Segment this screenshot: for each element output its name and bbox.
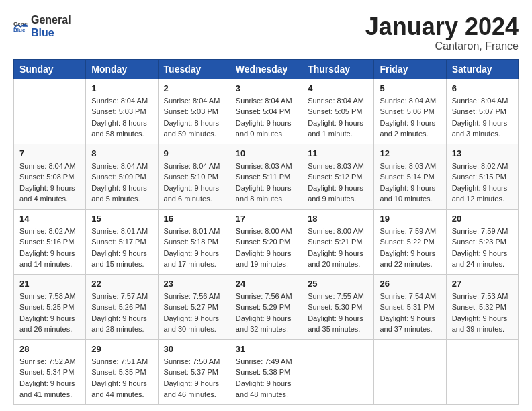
sunset-text: Sunset: 5:16 PM	[19, 236, 80, 248]
sunset-text: Sunset: 5:04 PM	[236, 106, 296, 118]
calendar-cell: 25Sunrise: 7:55 AMSunset: 5:30 PMDayligh…	[302, 274, 374, 339]
sunrise-text: Sunrise: 7:50 AM	[164, 356, 224, 367]
daylight-text: Daylight: 9 hours and 41 minutes.	[19, 378, 80, 400]
calendar-cell: 30Sunrise: 7:50 AMSunset: 5:37 PMDayligh…	[158, 339, 230, 404]
sunrise-text: Sunrise: 8:03 AM	[236, 161, 296, 172]
sunrise-text: Sunrise: 7:49 AM	[236, 356, 296, 367]
daylight-text: Daylight: 9 hours and 24 minutes.	[452, 248, 513, 270]
sunset-text: Sunset: 5:23 PM	[452, 236, 513, 248]
sunset-text: Sunset: 5:06 PM	[380, 106, 440, 118]
daylight-text: Daylight: 9 hours and 12 minutes.	[452, 183, 513, 205]
sunrise-text: Sunrise: 7:51 AM	[91, 356, 152, 367]
day-info: Sunrise: 7:50 AMSunset: 5:37 PMDaylight:…	[164, 356, 224, 400]
calendar-cell: 11Sunrise: 8:03 AMSunset: 5:12 PMDayligh…	[302, 144, 374, 209]
logo-general: General	[31, 13, 71, 26]
day-number: 21	[19, 279, 80, 289]
day-info: Sunrise: 7:49 AMSunset: 5:38 PMDaylight:…	[236, 356, 296, 400]
sunset-text: Sunset: 5:07 PM	[452, 106, 513, 118]
logo-blue: Blue	[31, 26, 71, 39]
sunset-text: Sunset: 5:31 PM	[380, 302, 440, 313]
day-number: 18	[308, 214, 368, 224]
day-number: 1	[91, 83, 152, 93]
day-number: 12	[380, 148, 440, 158]
calendar-cell: 2Sunrise: 8:04 AMSunset: 5:03 PMDaylight…	[158, 79, 230, 144]
calendar-cell: 6Sunrise: 8:04 AMSunset: 5:07 PMDaylight…	[446, 79, 518, 144]
month-title: January 2024	[365, 13, 519, 40]
sunset-text: Sunset: 5:34 PM	[19, 367, 80, 378]
daylight-text: Daylight: 9 hours and 15 minutes.	[91, 248, 152, 270]
logo-icon: General Blue	[13, 19, 28, 34]
calendar-cell: 8Sunrise: 8:04 AMSunset: 5:09 PMDaylight…	[86, 144, 158, 209]
day-number: 29	[91, 344, 152, 354]
day-number: 30	[164, 344, 224, 354]
day-number: 2	[164, 83, 224, 93]
logo: General Blue General Blue	[13, 13, 71, 39]
daylight-text: Daylight: 8 hours and 59 minutes.	[164, 118, 224, 140]
sunrise-text: Sunrise: 7:52 AM	[19, 356, 80, 367]
daylight-text: Daylight: 9 hours and 0 minutes.	[236, 118, 296, 140]
calendar-cell: 7Sunrise: 8:04 AMSunset: 5:08 PMDaylight…	[14, 144, 86, 209]
weekday-header-thursday: Thursday	[302, 59, 374, 79]
day-info: Sunrise: 8:04 AMSunset: 5:03 PMDaylight:…	[164, 95, 224, 140]
day-info: Sunrise: 8:03 AMSunset: 5:14 PMDaylight:…	[380, 161, 440, 205]
day-info: Sunrise: 8:01 AMSunset: 5:18 PMDaylight:…	[164, 226, 224, 270]
calendar-cell: 19Sunrise: 7:59 AMSunset: 5:22 PMDayligh…	[374, 209, 446, 274]
sunset-text: Sunset: 5:05 PM	[308, 106, 368, 118]
sunset-text: Sunset: 5:08 PM	[19, 171, 80, 183]
sunrise-text: Sunrise: 8:01 AM	[91, 226, 152, 237]
sunrise-text: Sunrise: 8:04 AM	[19, 161, 80, 172]
sunrise-text: Sunrise: 7:59 AM	[452, 226, 513, 237]
sunrise-text: Sunrise: 7:54 AM	[380, 291, 440, 302]
calendar-cell: 14Sunrise: 8:02 AMSunset: 5:16 PMDayligh…	[14, 209, 86, 274]
day-info: Sunrise: 7:55 AMSunset: 5:30 PMDaylight:…	[308, 291, 368, 335]
sunrise-text: Sunrise: 8:04 AM	[380, 95, 440, 107]
sunset-text: Sunset: 5:37 PM	[164, 367, 224, 378]
calendar-cell: 10Sunrise: 8:03 AMSunset: 5:11 PMDayligh…	[230, 144, 302, 209]
daylight-text: Daylight: 9 hours and 39 minutes.	[452, 313, 513, 335]
calendar-cell	[446, 339, 518, 404]
svg-text:Blue: Blue	[13, 27, 26, 33]
sunset-text: Sunset: 5:10 PM	[164, 171, 224, 183]
daylight-text: Daylight: 9 hours and 44 minutes.	[91, 378, 152, 400]
sunset-text: Sunset: 5:26 PM	[91, 302, 152, 313]
sunrise-text: Sunrise: 7:56 AM	[164, 291, 224, 302]
daylight-text: Daylight: 9 hours and 17 minutes.	[164, 248, 224, 270]
weekday-header-sunday: Sunday	[14, 59, 86, 79]
day-number: 28	[19, 344, 80, 354]
calendar-cell: 13Sunrise: 8:02 AMSunset: 5:15 PMDayligh…	[446, 144, 518, 209]
calendar-cell: 15Sunrise: 8:01 AMSunset: 5:17 PMDayligh…	[86, 209, 158, 274]
location: Cantaron, France	[365, 40, 519, 52]
sunset-text: Sunset: 5:09 PM	[91, 171, 152, 183]
sunrise-text: Sunrise: 7:55 AM	[308, 291, 368, 302]
day-info: Sunrise: 7:56 AMSunset: 5:29 PMDaylight:…	[236, 291, 296, 335]
daylight-text: Daylight: 9 hours and 14 minutes.	[19, 248, 80, 270]
sunrise-text: Sunrise: 8:00 AM	[236, 226, 296, 237]
day-number: 5	[380, 83, 440, 93]
calendar-cell: 28Sunrise: 7:52 AMSunset: 5:34 PMDayligh…	[14, 339, 86, 404]
sunset-text: Sunset: 5:20 PM	[236, 236, 296, 248]
sunset-text: Sunset: 5:30 PM	[308, 302, 368, 313]
sunrise-text: Sunrise: 8:04 AM	[164, 161, 224, 172]
day-number: 10	[236, 148, 296, 158]
day-number: 20	[452, 214, 513, 224]
header: General Blue General Blue January 2024 C…	[13, 13, 519, 52]
daylight-text: Daylight: 9 hours and 8 minutes.	[236, 183, 296, 205]
daylight-text: Daylight: 9 hours and 30 minutes.	[164, 313, 224, 335]
day-info: Sunrise: 7:53 AMSunset: 5:32 PMDaylight:…	[452, 291, 513, 335]
daylight-text: Daylight: 9 hours and 20 minutes.	[308, 248, 368, 270]
calendar-cell: 27Sunrise: 7:53 AMSunset: 5:32 PMDayligh…	[446, 274, 518, 339]
sunset-text: Sunset: 5:32 PM	[452, 302, 513, 313]
sunrise-text: Sunrise: 8:04 AM	[91, 161, 152, 172]
day-info: Sunrise: 7:59 AMSunset: 5:22 PMDaylight:…	[380, 226, 440, 270]
daylight-text: Daylight: 9 hours and 35 minutes.	[308, 313, 368, 335]
calendar-cell	[374, 339, 446, 404]
weekday-header-monday: Monday	[86, 59, 158, 79]
day-info: Sunrise: 8:00 AMSunset: 5:20 PMDaylight:…	[236, 226, 296, 270]
sunset-text: Sunset: 5:27 PM	[164, 302, 224, 313]
weekday-header-friday: Friday	[374, 59, 446, 79]
day-number: 9	[164, 148, 224, 158]
sunrise-text: Sunrise: 8:04 AM	[91, 95, 152, 107]
sunset-text: Sunset: 5:15 PM	[452, 171, 513, 183]
calendar-cell: 3Sunrise: 8:04 AMSunset: 5:04 PMDaylight…	[230, 79, 302, 144]
daylight-text: Daylight: 9 hours and 22 minutes.	[380, 248, 440, 270]
